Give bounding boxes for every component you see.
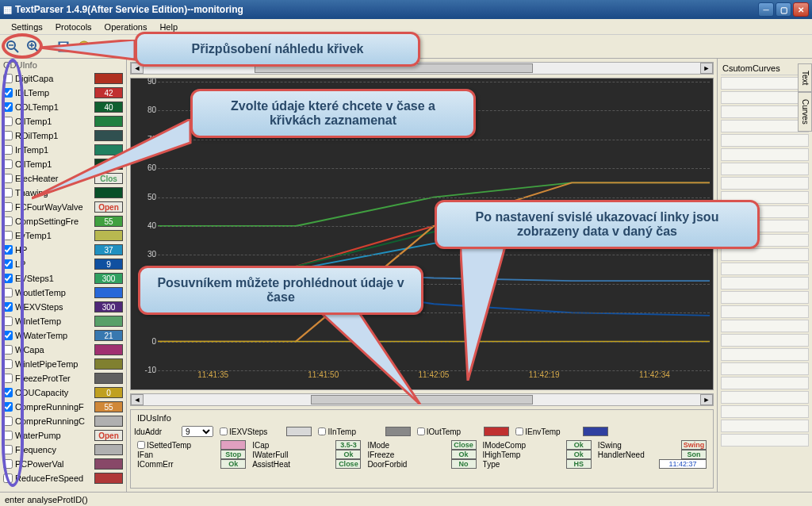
param-checkbox[interactable] xyxy=(3,374,13,383)
param-checkbox[interactable] xyxy=(3,288,13,297)
custom-curve-slot[interactable] xyxy=(721,377,809,389)
custom-curve-slot[interactable] xyxy=(721,434,809,447)
custom-curve-slot[interactable] xyxy=(721,277,809,289)
idu-item: Type HS xyxy=(483,459,592,469)
menu-settings[interactable]: Settings xyxy=(5,21,49,33)
idu-checkbox[interactable] xyxy=(318,427,326,435)
idu-item: IFreeze Ok xyxy=(367,450,476,459)
scroll-right-arrow-icon[interactable]: ► xyxy=(700,394,713,405)
custom-curve-slot[interactable] xyxy=(721,420,809,432)
y-tick: 60 xyxy=(134,163,156,172)
param-checkbox[interactable] xyxy=(3,345,13,355)
close-button[interactable]: ✕ xyxy=(793,2,809,17)
minimize-button[interactable]: ─ xyxy=(758,2,774,17)
custom-curve-slot[interactable] xyxy=(721,305,809,318)
custom-curve-slot[interactable] xyxy=(721,120,809,132)
idu-value: Stop xyxy=(220,450,246,459)
tab-text[interactable]: Text xyxy=(798,63,812,92)
custom-curve-slot[interactable] xyxy=(721,134,809,147)
param-name: CompSettingFre xyxy=(15,217,92,226)
custom-curves-title: CsutomCurves xyxy=(721,62,809,75)
help-button[interactable]: ? xyxy=(75,37,94,56)
param-checkbox[interactable] xyxy=(3,74,13,83)
custom-curve-slot[interactable] xyxy=(721,362,809,375)
param-row: CompreRunningC xyxy=(0,414,126,428)
custom-curve-slot[interactable] xyxy=(721,405,809,418)
param-name: CompreRunningC xyxy=(15,416,92,426)
svg-line-4 xyxy=(35,48,39,52)
idu-value: HS xyxy=(566,459,592,469)
custom-curve-slot[interactable] xyxy=(721,77,809,90)
param-name: WaterPump xyxy=(15,431,92,440)
param-checkbox[interactable] xyxy=(3,459,13,469)
param-checkbox[interactable] xyxy=(3,431,13,440)
idu-checkbox[interactable] xyxy=(137,441,145,449)
custom-curve-slot[interactable] xyxy=(721,163,809,175)
param-name: CompreRunningF xyxy=(15,402,92,412)
maximize-button[interactable]: ▢ xyxy=(776,2,791,17)
idu-addr-select[interactable]: 9 xyxy=(182,426,213,437)
param-checkbox[interactable] xyxy=(3,102,13,112)
scroll-right-arrow-icon[interactable]: ► xyxy=(700,63,713,74)
param-checkbox[interactable] xyxy=(3,388,13,397)
param-checkbox[interactable] xyxy=(3,259,13,269)
param-checkbox[interactable] xyxy=(3,231,13,240)
custom-curve-slot[interactable] xyxy=(721,105,809,118)
param-checkbox[interactable] xyxy=(3,188,13,197)
y-tick: -10 xyxy=(134,366,156,374)
param-checkbox[interactable] xyxy=(3,331,13,340)
chart-scroll-bottom[interactable]: ◄ ► xyxy=(130,393,714,406)
param-checkbox[interactable] xyxy=(3,217,13,226)
param-checkbox[interactable] xyxy=(3,174,13,183)
idu-item: IEnvTemp xyxy=(515,427,607,436)
tab-curves[interactable]: Curves xyxy=(798,92,812,132)
param-checkbox[interactable] xyxy=(3,316,13,326)
idu-label: IMode xyxy=(367,441,449,450)
idu-item: IOutTemp xyxy=(417,427,509,436)
idu-addr-label: IduAddr xyxy=(134,427,178,436)
param-row: ODLTemp1 40 xyxy=(0,100,126,114)
save-button[interactable] xyxy=(54,37,73,56)
idu-checkbox[interactable] xyxy=(220,427,228,435)
zoom-out-button[interactable] xyxy=(3,37,22,56)
idu-item: AssistHeat Close xyxy=(252,459,361,469)
idu-label: IInTemp xyxy=(327,427,383,436)
custom-curve-slot[interactable] xyxy=(721,91,809,104)
param-checkbox[interactable] xyxy=(3,159,13,169)
scroll-left-arrow-icon[interactable]: ◄ xyxy=(131,394,144,405)
param-checkbox[interactable] xyxy=(3,202,13,212)
custom-curve-slot[interactable] xyxy=(721,391,809,404)
custom-curve-slot[interactable] xyxy=(721,177,809,190)
param-checkbox[interactable] xyxy=(3,145,13,155)
custom-curve-slot[interactable] xyxy=(721,263,809,275)
idu-checkbox[interactable] xyxy=(417,427,425,435)
param-checkbox[interactable] xyxy=(3,245,13,255)
param-checkbox[interactable] xyxy=(3,117,13,126)
param-checkbox[interactable] xyxy=(3,88,13,98)
menu-protocols[interactable]: Protocols xyxy=(49,21,98,33)
custom-curve-slot[interactable] xyxy=(721,248,809,261)
x-tick: 11:41:35 xyxy=(197,370,228,386)
param-value xyxy=(94,473,123,484)
param-checkbox[interactable] xyxy=(3,445,13,454)
param-checkbox[interactable] xyxy=(3,302,13,312)
param-checkbox[interactable] xyxy=(3,274,13,283)
param-checkbox[interactable] xyxy=(3,131,13,140)
custom-curve-slot[interactable] xyxy=(721,320,809,332)
y-tick: 0 xyxy=(134,337,156,346)
param-value: Open xyxy=(94,430,123,441)
idu-item: IModeComp Ok xyxy=(483,440,592,450)
param-checkbox[interactable] xyxy=(3,473,13,483)
param-value xyxy=(94,458,123,470)
param-checkbox[interactable] xyxy=(3,416,13,426)
param-checkbox[interactable] xyxy=(3,402,13,412)
idu-label: ISettedTemp xyxy=(147,441,219,450)
zoom-in-button[interactable] xyxy=(24,37,43,56)
idu-checkbox[interactable] xyxy=(515,427,523,435)
custom-curve-slot[interactable] xyxy=(721,291,809,304)
custom-curve-slot[interactable] xyxy=(721,148,809,161)
custom-curve-slot[interactable] xyxy=(721,348,809,361)
param-checkbox[interactable] xyxy=(3,359,13,369)
idu-value: Ok xyxy=(335,450,361,459)
custom-curve-slot[interactable] xyxy=(721,334,809,347)
